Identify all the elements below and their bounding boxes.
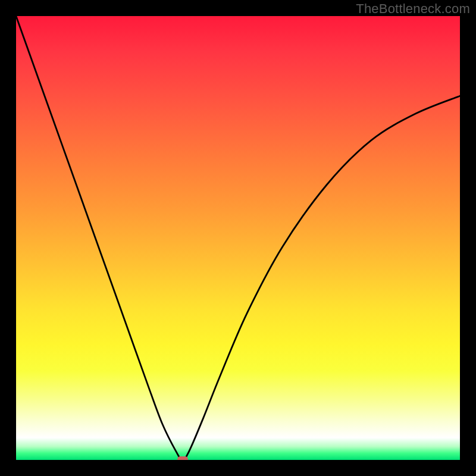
plot-area [16, 16, 460, 460]
bottleneck-gradient-background [16, 16, 460, 460]
watermark-text: TheBottleneck.com [356, 1, 470, 17]
